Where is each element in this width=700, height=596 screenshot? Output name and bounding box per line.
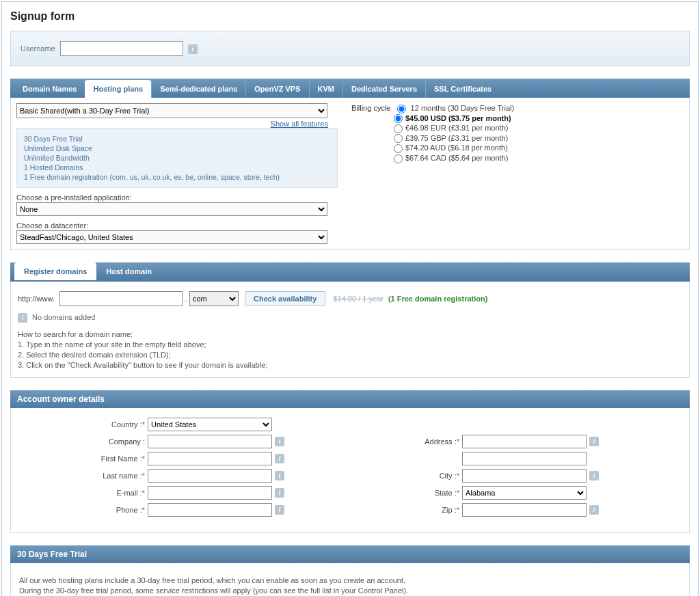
owner-col-right: . Address :*i City :*i State :*Alabama Z… <box>373 418 688 520</box>
no-domains-line: i No domains added <box>18 313 682 323</box>
tld-select[interactable]: com <box>189 291 239 306</box>
address-input[interactable] <box>462 435 587 448</box>
tab-kvm[interactable]: KVM <box>309 80 342 98</box>
tab-semi-dedicated[interactable]: Semi-dedicated plans <box>151 80 245 98</box>
company-input[interactable] <box>148 435 272 448</box>
radio-usd[interactable] <box>394 114 403 123</box>
page-title: Signup form <box>10 10 690 23</box>
url-prefix: http://www. <box>18 295 55 303</box>
feature-line: 1 Hosted Domains <box>24 163 330 172</box>
promo-text: (1 Free domain registration) <box>388 295 487 303</box>
feature-line: Unlimited Disk Space <box>24 144 330 153</box>
city-input[interactable] <box>462 469 587 483</box>
billing-line-cycle: Billing cycle 12 months (30 Days Free Tr… <box>351 104 684 113</box>
info-icon[interactable]: i <box>188 44 198 54</box>
domain-search-row: http://www. . com Check availability $14… <box>18 291 682 306</box>
owner-header: Account owner details <box>10 390 690 408</box>
billing-col: Billing cycle 12 months (30 Days Free Tr… <box>351 103 684 244</box>
radio-aud[interactable] <box>394 144 403 153</box>
feature-line: 1 Free domain registration (com, us, uk,… <box>24 172 330 182</box>
radio-cad[interactable] <box>394 154 403 163</box>
info-icon[interactable]: i <box>589 505 599 515</box>
info-icon[interactable]: i <box>275 488 284 498</box>
owner-body: Country :*United States Company :i First… <box>10 408 690 533</box>
radio-eur[interactable] <box>394 124 403 133</box>
plan-left-col: Basic Shared(with a 30-Day Free Trial) S… <box>16 103 338 244</box>
hosting-plan-panel: Basic Shared(with a 30-Day Free Trial) S… <box>10 98 690 250</box>
username-input[interactable] <box>60 41 183 56</box>
feature-box: 30 Days Free Trial Unlimited Disk Space … <box>16 128 338 188</box>
info-icon[interactable]: i <box>275 454 284 463</box>
info-icon[interactable]: i <box>275 437 284 446</box>
page-container: Signup form Username i Domain Names Host… <box>1 1 699 596</box>
dc-label: Choose a datacenter: <box>16 221 338 230</box>
tab-hosting-plans[interactable]: Hosting plans <box>85 80 151 98</box>
lastname-input[interactable] <box>148 469 272 483</box>
username-box: Username i <box>10 31 690 66</box>
address2-input[interactable] <box>462 452 587 465</box>
check-availability-button[interactable]: Check availability <box>245 291 325 306</box>
tab-dedicated[interactable]: Dedicated Servers <box>342 80 425 98</box>
domain-panel: http://www. . com Check availability $14… <box>10 282 690 378</box>
tab-host-domain[interactable]: Host domain <box>96 262 161 280</box>
firstname-input[interactable] <box>148 452 272 465</box>
info-icon[interactable]: i <box>589 437 599 446</box>
feature-line: 30 Days Free Trial <box>24 134 330 144</box>
domain-input[interactable] <box>59 291 183 306</box>
info-icon: i <box>18 313 27 323</box>
tab-ssl[interactable]: SSL Certificates <box>425 80 500 98</box>
phone-input[interactable] <box>148 503 272 517</box>
owner-col-left: Country :*United States Company :i First… <box>18 418 332 520</box>
domain-tab-bar: Register domains Host domain <box>10 262 690 282</box>
info-icon[interactable]: i <box>275 471 284 480</box>
info-icon[interactable]: i <box>275 505 284 515</box>
dc-select[interactable]: SteadFast/Chicago, United States <box>16 230 327 244</box>
tab-openvz[interactable]: OpenVZ VPS <box>245 80 308 98</box>
country-select[interactable]: United States <box>148 418 272 431</box>
state-select[interactable]: Alabama <box>462 486 587 500</box>
instructions: How to search for a domain name: 1. Type… <box>18 329 682 370</box>
username-label: Username <box>21 44 55 53</box>
trial-header: 30 Days Free Trial <box>10 545 690 563</box>
radio-cycle-12m[interactable] <box>397 105 406 113</box>
trial-body: All our web hosting plans include a 30-d… <box>10 563 690 596</box>
tab-register-domains[interactable]: Register domains <box>14 262 96 280</box>
app-label: Choose a pre-installed application: <box>16 193 338 202</box>
feature-line: Unlimited Bandwidth <box>24 153 330 163</box>
app-select[interactable]: None <box>16 202 327 216</box>
main-tab-bar: Domain Names Hosting plans Semi-dedicate… <box>10 79 690 98</box>
email-input[interactable] <box>148 486 272 500</box>
plan-select[interactable]: Basic Shared(with a 30-Day Free Trial) <box>16 103 327 118</box>
old-price: $14.00 / 1 year <box>333 295 383 303</box>
radio-gbp[interactable] <box>394 134 403 143</box>
tab-domain-names[interactable]: Domain Names <box>14 80 85 98</box>
info-icon[interactable]: i <box>589 471 599 480</box>
show-all-features-link[interactable]: Show all features <box>271 120 328 128</box>
zip-input[interactable] <box>462 503 587 517</box>
